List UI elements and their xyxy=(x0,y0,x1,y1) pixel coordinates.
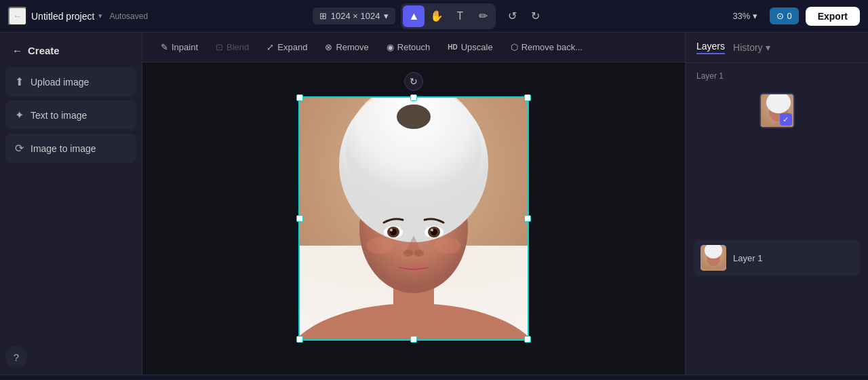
tool-group: ▲ ✋ T ✏ xyxy=(401,3,496,29)
remove-icon: ⊗ xyxy=(325,42,332,52)
topbar-left: ← Untitled project ▾ Autosaved xyxy=(8,7,148,26)
topbar-center: ⊞ 1024 × 1024 ▾ ▲ ✋ T ✏ ↺ ↻ xyxy=(153,3,705,29)
portrait-svg xyxy=(298,96,529,341)
layer-row[interactable]: Layer 1 xyxy=(694,240,860,276)
upscale-button[interactable]: HD Upscale xyxy=(440,39,500,56)
remove-background-button[interactable]: ⬡ Remove back... xyxy=(503,39,590,56)
text-to-image-icon: ✦ xyxy=(15,109,24,121)
image-to-image-icon: ⟳ xyxy=(15,142,24,155)
project-name[interactable]: Untitled project xyxy=(31,11,94,22)
image-to-image-button[interactable]: ⟳ Image to image xyxy=(5,134,136,163)
canvas-icon: ⊞ xyxy=(319,11,327,21)
collab-icon: ⊙ xyxy=(776,11,784,21)
svg-point-16 xyxy=(403,250,413,256)
image-to-image-label: Image to image xyxy=(31,143,96,154)
export-button[interactable]: Export xyxy=(806,7,860,26)
history-chevron-icon: ▾ xyxy=(766,42,770,53)
redo-button[interactable]: ↻ xyxy=(524,5,546,27)
canvas-viewport[interactable]: ↻ xyxy=(142,62,685,375)
draw-tool-button[interactable]: ✏ xyxy=(472,5,494,27)
retouch-button[interactable]: ◉ Retouch xyxy=(379,39,437,56)
autosaved-label: Autosaved xyxy=(109,12,148,21)
remove-label: Remove xyxy=(336,42,368,52)
inpaint-icon: ✎ xyxy=(161,42,168,52)
zoom-label: 33% xyxy=(732,11,750,21)
inpaint-button[interactable]: ✎ Inpaint xyxy=(153,39,205,56)
back-icon: ← xyxy=(13,11,22,21)
expand-icon: ⤢ xyxy=(267,42,274,52)
blend-icon: ⊡ xyxy=(216,42,223,52)
layer-checkmark: ✓ xyxy=(780,113,792,126)
svg-point-18 xyxy=(366,238,393,254)
upload-icon: ⬆ xyxy=(15,75,24,88)
history-tab[interactable]: History ▾ xyxy=(733,42,770,53)
zoom-button[interactable]: 33% ▾ xyxy=(727,8,763,24)
layer-thumbnail[interactable]: ✓ xyxy=(760,93,795,128)
select-tool-button[interactable]: ▲ xyxy=(403,5,425,27)
back-button[interactable]: ← xyxy=(8,7,27,26)
upload-image-label: Upload image xyxy=(31,77,89,88)
select-icon: ▲ xyxy=(408,10,419,22)
topbar: ← Untitled project ▾ Autosaved ⊞ 1024 × … xyxy=(0,0,868,33)
topbar-right: 33% ▾ ⊙ 0 Export xyxy=(711,7,860,26)
bottom-bar xyxy=(0,375,868,380)
layer-row-thumbnail xyxy=(701,245,726,271)
left-sidebar: ← Create ⬆ Upload image ✦ Text to image … xyxy=(0,33,142,375)
pan-tool-button[interactable]: ✋ xyxy=(426,5,448,27)
layer-row-thumb-svg xyxy=(701,245,726,271)
canvas-size-label: 1024 × 1024 xyxy=(331,11,380,21)
draw-icon: ✏ xyxy=(479,10,488,22)
history-tab-label: History xyxy=(733,42,763,53)
retouch-label: Retouch xyxy=(397,42,430,52)
upscale-icon: HD xyxy=(448,43,457,51)
undo-redo-group: ↺ ↻ xyxy=(501,5,546,27)
expand-label: Expand xyxy=(277,42,307,52)
pan-icon: ✋ xyxy=(430,10,443,22)
canvas-area: ✎ Inpaint ⊡ Blend ⤢ Expand ⊗ Remove ◉ Re… xyxy=(142,33,685,375)
text-to-image-button[interactable]: ✦ Text to image xyxy=(5,100,136,130)
layer-row-name: Layer 1 xyxy=(733,253,762,263)
blend-button[interactable]: ⊡ Blend xyxy=(208,39,256,56)
redo-icon: ↻ xyxy=(531,10,540,22)
remove-bg-label: Remove back... xyxy=(521,42,583,52)
remove-button[interactable]: ⊗ Remove xyxy=(317,39,376,56)
svg-point-11 xyxy=(390,229,393,231)
remove-bg-icon: ⬡ xyxy=(511,42,518,52)
text-tool-button[interactable]: T xyxy=(449,5,471,27)
collab-button[interactable]: ⊙ 0 xyxy=(770,7,798,24)
zoom-chevron-icon: ▾ xyxy=(753,11,757,21)
collab-count: 0 xyxy=(787,11,791,21)
main-area: ← Create ⬆ Upload image ✦ Text to image … xyxy=(0,33,868,375)
svg-point-19 xyxy=(434,238,461,254)
layer-thumbnail-area: ✓ xyxy=(694,88,860,134)
create-back-icon: ← xyxy=(12,45,22,56)
create-header: ← Create xyxy=(5,39,136,62)
blend-label: Blend xyxy=(226,42,249,52)
svg-point-7 xyxy=(397,104,431,129)
canvas-photo xyxy=(298,96,529,341)
help-button[interactable]: ? xyxy=(5,346,27,368)
layer-section-title: Layer 1 xyxy=(694,71,860,81)
canvas-size-button[interactable]: ⊞ 1024 × 1024 ▾ xyxy=(313,7,396,24)
upscale-label: Upscale xyxy=(461,42,493,52)
tool-ribbon: ✎ Inpaint ⊡ Blend ⤢ Expand ⊗ Remove ◉ Re… xyxy=(142,33,685,62)
refresh-button[interactable]: ↻ xyxy=(404,72,423,91)
upload-image-button[interactable]: ⬆ Upload image xyxy=(5,67,136,96)
expand-button[interactable]: ⤢ Expand xyxy=(259,39,315,56)
right-panel: Layers History ▾ Layer 1 xyxy=(685,33,868,375)
sidebar-bottom: ? xyxy=(5,339,136,368)
project-chevron-icon[interactable]: ▾ xyxy=(98,12,102,20)
create-label: Create xyxy=(28,45,60,56)
right-panel-body: Layer 1 ✓ xyxy=(686,63,868,375)
canvas-image-wrapper: ↻ xyxy=(298,96,529,341)
canvas-chevron-icon: ▾ xyxy=(384,11,389,21)
undo-icon: ↺ xyxy=(508,10,517,22)
inpaint-label: Inpaint xyxy=(172,42,198,52)
text-icon: T xyxy=(456,10,463,22)
undo-button[interactable]: ↺ xyxy=(501,5,523,27)
svg-point-15 xyxy=(431,229,433,231)
text-to-image-label: Text to image xyxy=(31,110,87,121)
svg-point-17 xyxy=(414,250,424,256)
retouch-icon: ◉ xyxy=(387,42,394,52)
layers-tab[interactable]: Layers xyxy=(696,41,725,54)
